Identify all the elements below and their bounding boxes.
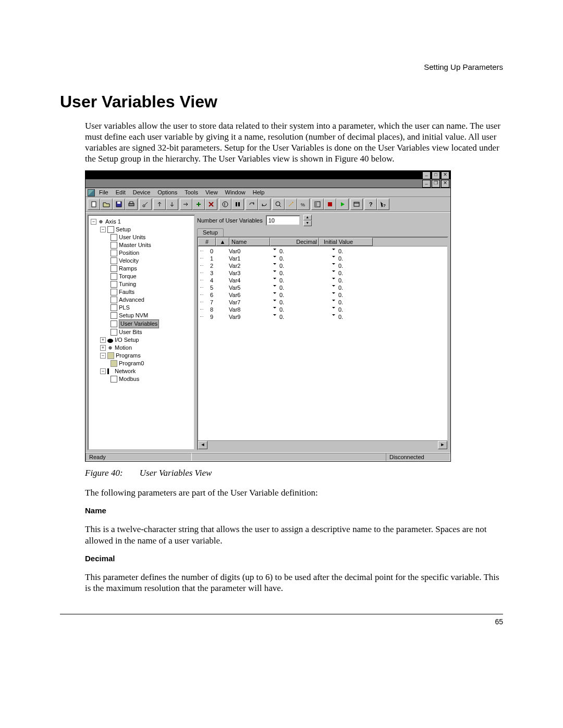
spin-down-icon[interactable]: ▼ [303,220,312,226]
tree-item[interactable]: Master Units [90,241,193,249]
num-user-vars-input[interactable] [266,215,300,226]
toolbar-open-icon[interactable] [100,199,113,210]
child-minimize-button[interactable] [422,180,431,188]
table-row[interactable]: 9Var90.0. [198,313,447,320]
tree-item[interactable]: PLS [90,304,193,312]
scroll-right-icon[interactable]: ► [438,441,447,449]
horizontal-scrollbar[interactable]: ◄ ► [198,440,447,449]
toolbar-refresh-up-icon[interactable] [246,199,258,210]
expand-icon[interactable]: + [100,337,106,343]
toolbar-zoom-icon[interactable] [272,199,285,210]
toolbar-wand-icon[interactable] [285,199,297,210]
tree-item[interactable]: Torque [90,273,193,280]
toolbar-window-icon[interactable] [350,199,363,210]
toolbar-whatsthis-icon[interactable]: ? [377,199,389,210]
collapse-icon[interactable]: − [100,368,106,374]
table-row[interactable]: 6Var60.0. [198,291,447,299]
page-icon [111,281,117,288]
col-index[interactable]: # [198,238,216,246]
tree-item[interactable]: User Bits [90,328,193,336]
table-row[interactable]: 3Var30.0. [198,269,447,277]
toolbar-help-icon[interactable]: ? [364,199,377,210]
axis-icon [98,219,104,225]
minimize-button[interactable] [422,171,431,179]
table-row[interactable]: 8Var80.0. [198,306,447,313]
menu-options[interactable]: Options [157,189,177,195]
menu-device[interactable]: Device [133,189,151,195]
toolbar-connect-icon[interactable] [139,199,152,210]
outer-title-bar [85,171,450,179]
col-initial[interactable]: Initial Value [319,238,373,246]
tree-item[interactable]: Velocity [90,257,193,265]
col-name[interactable]: Name [229,238,270,246]
menu-edit[interactable]: Edit [116,189,126,195]
tree-item-user-variables[interactable]: User Variables [90,319,193,328]
toolbar-insert-icon[interactable] [180,199,192,210]
toolbar-print-icon[interactable] [125,199,138,210]
toolbar-refresh-down-icon[interactable] [258,199,271,210]
status-bar: Ready Disconnected [85,452,450,461]
col-sort[interactable]: ▲ [216,238,229,246]
menu-view[interactable]: View [205,189,218,195]
menu-help[interactable]: Help [253,189,265,195]
collapse-icon[interactable]: − [100,353,106,359]
tree-item[interactable]: Ramps [90,265,193,273]
menu-window[interactable]: Window [225,189,246,195]
toolbar-new-icon[interactable] [88,199,100,210]
inner-title-bar [85,179,450,188]
tab-setup[interactable]: Setup [197,228,224,237]
tree-item[interactable]: Position [90,249,193,257]
tree-item[interactable]: Tuning [90,280,193,288]
toolbar-download-icon[interactable] [166,199,178,210]
tree-item[interactable]: Program0 [90,360,193,367]
tree-item[interactable]: Modbus [90,375,193,383]
collapse-icon[interactable]: − [100,227,106,232]
toolbar-pane1-icon[interactable] [311,199,324,210]
toolbar-delete-icon[interactable] [205,199,217,210]
scroll-left-icon[interactable]: ◄ [198,441,207,449]
svg-rect-4 [130,202,133,203]
page-icon [111,320,117,327]
page-icon [111,304,117,311]
collapse-icon[interactable]: − [91,219,96,225]
toolbar-run-icon[interactable] [219,199,231,210]
tree-motion[interactable]: + Motion [90,344,193,352]
toolbar-save-icon[interactable] [113,199,125,210]
tree-setup[interactable]: − Setup [90,226,193,233]
decimal-paragraph: This parameter defines the number of dig… [85,572,503,595]
tree-axis[interactable]: − Axis 1 [90,218,193,226]
tree-programs[interactable]: − Programs [90,352,193,360]
table-row[interactable]: 1Var10.0. [198,255,447,262]
toolbar-add-icon[interactable] [192,199,205,210]
svg-rect-8 [238,202,240,206]
maximize-button[interactable] [432,171,440,179]
page-icon [111,257,117,264]
spin-up-icon[interactable]: ▲ [303,215,312,220]
menu-tools[interactable]: Tools [185,189,198,195]
expand-icon[interactable]: + [100,345,106,351]
table-row[interactable]: 5Var50.0. [198,284,447,291]
table-row[interactable]: 4Var40.0. [198,277,447,284]
table-row[interactable]: 7Var70.0. [198,299,447,306]
table-row[interactable]: 0Var00.0. [198,248,447,255]
spin-control[interactable]: ▲ ▼ [303,215,312,226]
child-close-button[interactable] [441,180,449,188]
tree-pane[interactable]: − Axis 1 − Setup User Units Master Units… [88,215,195,450]
tree-item[interactable]: Advanced [90,296,193,304]
toolbar-play-icon[interactable] [336,199,349,210]
toolbar-stop-alt-icon[interactable] [231,199,244,210]
tree-network[interactable]: − Network [90,367,193,375]
page-title: User Variables View [60,92,503,112]
toolbar-percent-icon[interactable]: % [297,199,310,210]
close-button[interactable] [441,171,449,179]
menu-file[interactable]: File [99,189,108,195]
tree-io-setup[interactable]: + I/O Setup [90,336,193,344]
col-decimal[interactable]: Decimal [270,238,319,246]
toolbar-upload-icon[interactable] [153,199,166,210]
tree-item[interactable]: Faults [90,288,193,296]
toolbar-stop-icon[interactable] [324,199,336,210]
tree-item[interactable]: User Units [90,233,193,241]
tree-item[interactable]: Setup NVM [90,312,193,319]
table-row[interactable]: 2Var20.0. [198,262,447,269]
child-restore-button[interactable] [432,180,440,188]
